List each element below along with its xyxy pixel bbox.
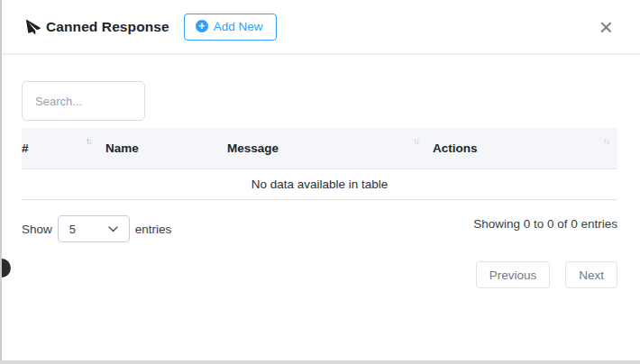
page-title: Canned Response bbox=[46, 19, 169, 35]
column-header-message[interactable]: Message ↑↓ bbox=[218, 128, 424, 168]
table-footer: Show 5 entries Showing 0 to 0 of 0 entri… bbox=[22, 215, 617, 242]
entries-label: entries bbox=[135, 223, 172, 236]
add-new-button[interactable]: + Add New bbox=[184, 14, 277, 41]
next-button[interactable]: Next bbox=[565, 261, 617, 288]
page-size-select[interactable]: 5 bbox=[58, 215, 130, 242]
modal-header: Canned Response + Add New × bbox=[2, 0, 640, 55]
previous-button[interactable]: Previous bbox=[476, 261, 551, 288]
sort-icon: ↑↓ bbox=[603, 136, 608, 146]
column-header-actions[interactable]: Actions ↑↓ bbox=[424, 128, 617, 168]
length-control: Show 5 entries bbox=[22, 215, 171, 242]
column-header-name[interactable]: Name bbox=[96, 128, 218, 168]
search-input[interactable] bbox=[22, 81, 145, 121]
paper-plane-icon bbox=[26, 20, 41, 34]
showing-status: Showing 0 to 0 of 0 entries bbox=[473, 217, 617, 231]
sort-icon: ↑↓ bbox=[413, 136, 418, 146]
empty-table-message: No data available in table bbox=[22, 168, 617, 200]
pagination: Previous Next bbox=[22, 261, 617, 288]
table-header-row: # ↑↓ Name Message ↑↓ Actions ↑↓ bbox=[22, 128, 617, 168]
canned-response-modal: Canned Response + Add New × # ↑↓ Name Me… bbox=[0, 0, 640, 360]
page-size-value: 5 bbox=[69, 223, 76, 236]
show-label: Show bbox=[22, 223, 52, 236]
sort-icon: ↑↓ bbox=[86, 136, 91, 146]
close-icon[interactable]: × bbox=[598, 20, 615, 34]
canned-response-table: # ↑↓ Name Message ↑↓ Actions ↑↓ No data … bbox=[22, 128, 617, 200]
modal-body: # ↑↓ Name Message ↑↓ Actions ↑↓ No data … bbox=[2, 55, 617, 288]
plus-circle-icon: + bbox=[196, 20, 208, 32]
chevron-down-icon bbox=[108, 226, 118, 232]
column-header-number[interactable]: # ↑↓ bbox=[22, 128, 96, 168]
add-new-label: Add New bbox=[214, 20, 263, 33]
